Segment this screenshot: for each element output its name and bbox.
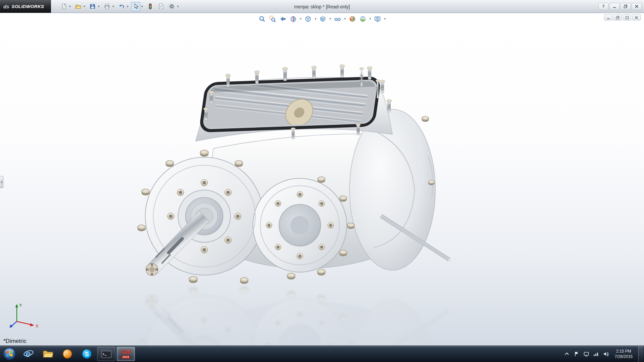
taskbar-item-skype[interactable]: S <box>78 347 96 361</box>
taskbar-item-internet-explorer[interactable]: e <box>19 347 38 361</box>
show-desktop-button[interactable] <box>638 346 643 362</box>
previous-view-button[interactable] <box>278 14 288 23</box>
gearbox-model <box>127 31 462 346</box>
select-dropdown[interactable]: ▾ <box>140 2 144 11</box>
folder-icon <box>43 350 53 358</box>
ds-logo-icon: ds <box>3 4 9 9</box>
taskbar-item-solidworks[interactable]: SW 2015 <box>117 347 135 361</box>
section-view-button[interactable] <box>288 14 298 23</box>
new-document-button[interactable] <box>59 2 68 11</box>
media-player-icon <box>62 349 72 359</box>
close-button[interactable] <box>632 3 642 10</box>
network-status-button[interactable] <box>593 350 599 358</box>
previous-view-icon <box>279 15 286 22</box>
hide-show-items-button[interactable] <box>333 14 342 23</box>
options-button[interactable] <box>167 2 176 11</box>
zoom-to-fit-icon <box>259 15 266 22</box>
action-center-button[interactable] <box>573 350 580 358</box>
apply-scene-icon <box>359 15 366 22</box>
undo-button[interactable] <box>117 2 126 11</box>
solidworks-window: ds SOLIDWORKS ▾ ▾ ▾ ▾ <box>0 0 644 362</box>
print-dropdown[interactable]: ▾ <box>111 2 115 11</box>
display-style-button[interactable] <box>318 14 328 23</box>
apply-scene-dropdown[interactable]: ▾ <box>368 14 372 23</box>
panel-expand-arrow-icon <box>1 180 3 184</box>
document-minimize-button[interactable] <box>604 14 612 20</box>
zoom-to-fit-button[interactable] <box>257 14 267 23</box>
graphics-area[interactable]: ▾ ▾ ▾ ▾ ▾ ▾ <box>0 13 644 346</box>
minimize-button[interactable] <box>609 3 620 10</box>
save-button[interactable] <box>88 2 97 11</box>
print-button[interactable] <box>102 2 111 11</box>
print-icon <box>104 3 110 10</box>
view-orientation-label: *Dimetric <box>3 338 26 345</box>
show-hidden-icons-button[interactable] <box>564 350 570 358</box>
solidworks-logo: ds SOLIDWORKS <box>0 0 51 13</box>
open-dropdown[interactable]: ▾ <box>83 2 86 11</box>
undo-dropdown[interactable]: ▾ <box>126 2 129 11</box>
document-maximize-icon <box>625 16 629 19</box>
internet-explorer-icon: e <box>23 349 34 359</box>
featuremanager-collapse-tab[interactable] <box>0 176 3 188</box>
new-document-dropdown[interactable]: ▾ <box>68 2 72 11</box>
command-prompt-icon <box>101 350 112 358</box>
section-view-dropdown[interactable]: ▾ <box>299 14 303 23</box>
view-orientation-icon <box>305 15 312 22</box>
apply-scene-button[interactable] <box>358 14 368 23</box>
triad-x-label: X <box>36 323 39 328</box>
taskbar-item-command-prompt[interactable] <box>97 347 115 361</box>
system-tray: 2:15 PM 7/28/2015 <box>564 346 644 362</box>
restore-icon <box>624 4 628 8</box>
file-properties-button[interactable] <box>156 2 165 11</box>
start-button[interactable] <box>0 346 19 362</box>
restore-button[interactable] <box>621 3 631 10</box>
heads-up-toolbar: ▾ ▾ ▾ ▾ ▾ ▾ <box>257 14 387 23</box>
taskbar-item-media-player[interactable] <box>58 347 76 361</box>
menu-bar: ds SOLIDWORKS ▾ ▾ ▾ ▾ <box>0 0 644 13</box>
brand-text: SOLIDWORKS <box>12 4 44 9</box>
view-settings-button[interactable] <box>373 14 382 23</box>
volume-button[interactable] <box>602 350 609 358</box>
view-settings-icon <box>374 15 381 22</box>
solidworks-glyph: SW <box>121 349 131 355</box>
windows-start-orb-icon <box>3 347 16 361</box>
select-button[interactable] <box>131 2 140 11</box>
display-icon <box>583 351 589 357</box>
solidworks-version-badge: 2015 <box>121 356 130 359</box>
skype-glyph: S <box>85 351 89 358</box>
triad-y-label: Y <box>19 303 22 308</box>
document-restore-button[interactable] <box>613 14 622 20</box>
hide-show-items-dropdown[interactable]: ▾ <box>343 14 347 23</box>
taskbar-clock[interactable]: 2:15 PM 7/28/2015 <box>612 349 635 359</box>
document-maximize-button[interactable] <box>623 14 631 20</box>
open-button[interactable] <box>73 2 83 11</box>
clock-time: 2:15 PM <box>615 349 633 354</box>
view-orientation-dropdown[interactable]: ▾ <box>314 14 317 23</box>
rebuild-button[interactable] <box>146 2 155 11</box>
taskbar-item-windows-explorer[interactable] <box>39 347 57 361</box>
options-dropdown[interactable]: ▾ <box>176 2 180 11</box>
hide-show-items-icon <box>334 15 341 22</box>
close-icon <box>635 4 639 8</box>
select-arrow-icon <box>132 3 139 10</box>
display-style-dropdown[interactable]: ▾ <box>328 14 332 23</box>
rebuild-icon <box>147 3 154 10</box>
taskbar: e S <box>0 346 644 362</box>
chevron-up-icon <box>564 351 570 357</box>
view-orientation-button[interactable] <box>303 14 313 23</box>
speaker-icon <box>603 351 609 357</box>
view-settings-dropdown[interactable]: ▾ <box>383 14 387 23</box>
document-close-button[interactable] <box>632 14 641 20</box>
display-settings-button[interactable] <box>583 350 590 358</box>
flag-icon <box>574 351 580 357</box>
save-dropdown[interactable]: ▾ <box>97 2 101 11</box>
network-icon <box>593 351 599 357</box>
edit-appearance-button[interactable] <box>347 14 357 23</box>
zoom-to-area-button[interactable] <box>268 14 277 23</box>
standard-toolbar: ▾ ▾ ▾ ▾ ▾ <box>59 2 181 11</box>
open-icon <box>75 3 82 10</box>
help-button[interactable]: ? <box>598 3 608 10</box>
window-controls: ? <box>598 3 644 10</box>
undo-icon <box>118 3 125 10</box>
model-reflection <box>138 287 451 346</box>
